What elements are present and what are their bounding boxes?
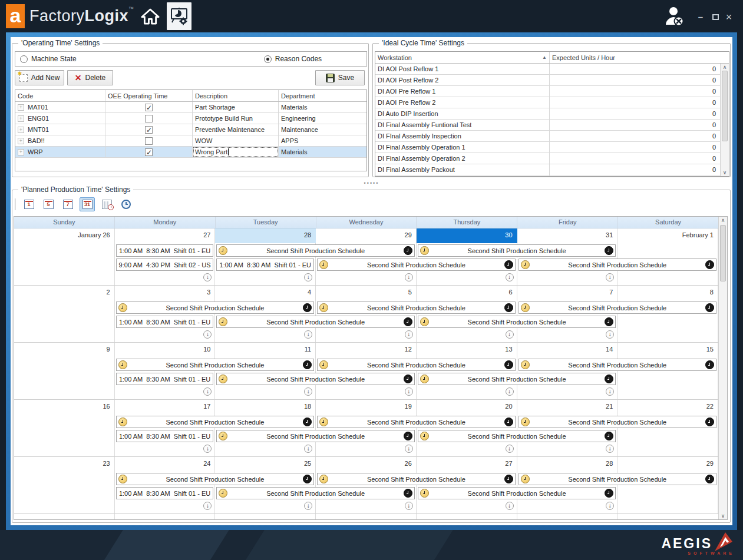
oee-settings-icon[interactable] [167,2,191,30]
workstation-cell[interactable]: DI AOI Post Reflow 2 [375,75,550,85]
more-events-arrow-icon[interactable]: ↓ [405,445,413,453]
calendar-event[interactable]: Second Shift Production Schedule [317,473,515,485]
description-cell[interactable]: Part Shortage [193,102,279,112]
calendar-event[interactable]: Second Shift Production Schedule [519,473,716,485]
calendar-event[interactable]: Second Shift Production Schedule [519,301,716,314]
more-events-arrow-icon[interactable]: ↓ [506,273,514,281]
date-label[interactable]: 16 [14,400,115,415]
table-row[interactable]: +MNT01Preventive MaintenanceMaintenance [15,124,366,135]
oee-checkbox[interactable] [145,137,153,145]
date-label[interactable]: 8 [617,286,718,300]
code-cell[interactable]: +MNT01 [15,124,105,135]
expand-plus-icon[interactable]: + [18,115,24,122]
date-label[interactable]: 2 [14,286,115,300]
calendar-event[interactable]: Second Shift Production Schedule [116,473,314,485]
table-row[interactable]: DI FInal Assembly Inspection0 [375,131,729,142]
scroll-thumb[interactable] [722,71,728,141]
calendar-event[interactable]: Second Shift Production Schedule [116,416,314,428]
oee-cell[interactable] [105,102,193,112]
calendar-event[interactable]: Second Shift Production Schedule [216,373,414,385]
table-row[interactable]: DI Final Assembly Operation 10 [375,142,729,153]
calendar-event[interactable]: Second Shift Production Schedule [317,259,515,271]
date-label[interactable]: 30 [417,228,517,243]
table-row[interactable]: +ENG01Prototype Build RunEngineering [15,113,366,124]
date-label[interactable]: 13 [417,343,517,357]
user-logout-icon[interactable] [661,5,688,28]
code-cell[interactable]: +MAT01 [15,102,105,112]
table-row[interactable]: DI AOI Pre Reflow 10 [375,86,729,97]
date-label[interactable]: 31 [517,228,618,243]
column-header[interactable]: Code [15,90,105,101]
date-label[interactable]: 24 [115,457,216,472]
date-label[interactable]: 28 [215,228,316,243]
oee-cell[interactable] [105,124,193,135]
oee-checkbox[interactable] [145,115,153,122]
description-cell[interactable]: WOW [193,135,279,146]
table-row[interactable]: DI AOI Post Reflow 10 [375,64,729,75]
expected-units-cell[interactable]: 0 [550,108,729,119]
table-row[interactable]: +MAT01Part ShortageMaterials [15,102,366,113]
date-label[interactable]: 21 [517,400,618,415]
expected-units-cell[interactable]: 0 [550,142,729,153]
delete-button[interactable]: ✕ Delete [67,70,113,85]
date-label[interactable]: 19 [316,400,417,415]
expected-units-cell[interactable]: 0 [550,97,729,108]
code-cell[interactable]: +ENG01 [15,113,105,124]
expected-units-cell[interactable]: 0 [550,131,729,141]
date-label[interactable]: 11 [215,343,316,357]
workstation-cell[interactable]: DI Auto DIP Insertion [375,108,550,119]
scroll-up-icon[interactable]: ∧ [719,217,727,223]
workstation-cell[interactable]: DI AOI Post Reflow 1 [375,64,550,74]
date-label[interactable]: 22 [617,400,718,415]
calendar-event[interactable]: 1:00 AM 8:30 AM Shift 01 - EU [116,430,214,442]
workstation-cell[interactable]: DI Hand Assembly Through Hole [375,175,550,177]
more-events-arrow-icon[interactable]: ↓ [506,445,514,453]
calendar-event[interactable]: Second Shift Production Schedule [418,316,616,328]
table-row[interactable]: DI AOI Pre Reflow 20 [375,97,729,108]
day-view-icon[interactable]: 1 [21,197,37,211]
date-label[interactable]: 29 [316,228,417,243]
table-row[interactable]: DI Final Assembly Packout0 [375,164,729,175]
calendar-event[interactable]: Second Shift Production Schedule [418,430,616,442]
expected-units-cell[interactable]: 0 [550,86,729,97]
more-events-arrow-icon[interactable]: ↓ [405,502,413,510]
calendar-event[interactable]: 1:00 AM 8:30 AM Shift 01 - EU [116,487,214,499]
date-label[interactable]: 5 [316,286,417,300]
oee-checkbox[interactable] [145,148,153,156]
oee-checkbox[interactable] [145,104,153,111]
expected-units-cell[interactable]: 0 [550,175,729,177]
department-cell[interactable]: Materials [279,102,366,112]
calendar-event[interactable]: Second Shift Production Schedule [116,301,314,314]
close-button[interactable]: × [722,11,735,24]
table-row[interactable]: DI Final Assembly Operation 20 [375,153,729,164]
home-icon[interactable] [139,6,161,27]
calendar-event[interactable]: 9:00 AM 4:30 PM Shift 02 - US [116,259,214,271]
date-label[interactable]: 15 [617,343,718,357]
month-view-icon[interactable]: 31 [80,197,95,211]
workstation-cell[interactable]: DI AOI Pre Reflow 1 [375,86,550,97]
workstation-cell[interactable]: DI Final Assembly Funtional Test [375,120,550,130]
description-cell[interactable]: Preventive Maintenance [193,124,279,135]
workstation-cell[interactable]: DI Final Assembly Operation 2 [375,153,550,164]
expand-plus-icon[interactable]: + [18,149,24,155]
save-button[interactable]: Save [315,70,365,85]
table-row[interactable]: +BAD!!WOWAPPS [15,135,366,147]
department-cell[interactable]: APPS [279,135,366,146]
time-scale-icon[interactable] [118,197,134,211]
date-label[interactable]: 4 [215,286,316,300]
department-cell[interactable]: Materials [279,147,366,157]
expected-units-cell[interactable]: 0 [550,75,729,85]
scroll-down-icon[interactable]: ∨ [719,513,727,519]
column-header-workstation[interactable]: Workstation▲ [375,52,550,63]
calendar-event[interactable]: Second Shift Production Schedule [519,359,716,371]
add-new-button[interactable]: Add New [15,70,64,85]
reason-codes-radio[interactable]: Reason Codes [264,55,322,63]
calendar-event[interactable]: Second Shift Production Schedule [418,373,616,385]
more-events-arrow-icon[interactable]: ↓ [506,387,514,396]
column-header-expected-units[interactable]: Expected Units / Hour [550,52,729,63]
table-row[interactable]: +WRPWrong PartMaterials [15,147,366,158]
table-row[interactable]: DI Hand Assembly Through Hole0 [375,175,729,177]
date-label[interactable]: 20 [417,400,517,415]
calendar-scrollbar[interactable]: ∧ ∨ [718,217,727,519]
work-week-view-icon[interactable]: 5 [41,197,56,211]
